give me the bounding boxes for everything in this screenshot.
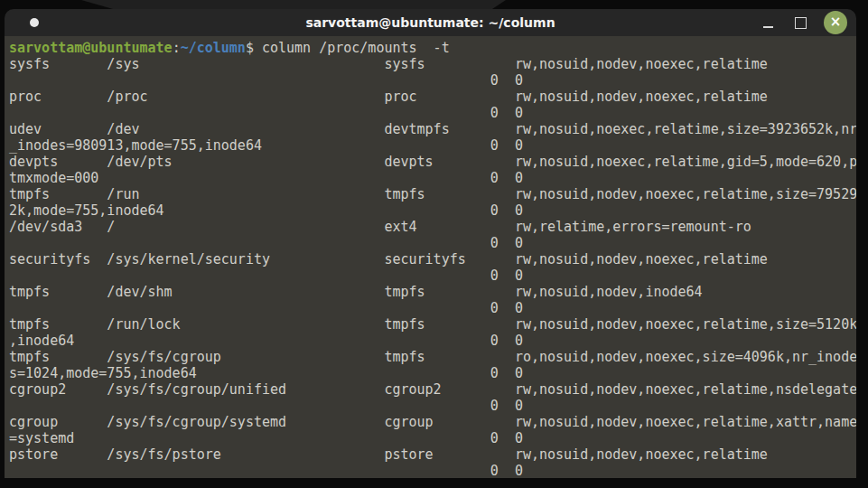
close-icon: × [830, 15, 842, 29]
maximize-button[interactable] [784, 9, 817, 36]
mount-row-line: securityfs /sys/kernel/security security… [9, 251, 856, 267]
window-controls: × [751, 9, 851, 36]
maximize-icon [795, 17, 807, 29]
mount-row-wrap-line: 0 0 [9, 72, 856, 89]
mount-row-line: proc /proc proc rw,nosuid,nodev,noexec,r… [9, 89, 856, 105]
prompt-user: sarvottam@ubuntumate [9, 40, 173, 56]
mount-row-line: sysfs /sys sysfs rw,nosuid,nodev,noexec,… [9, 56, 856, 72]
mount-row-wrap-line: s=1024,mode=755,inode64 0 0 [9, 365, 856, 381]
mount-row-line: cgroup /sys/fs/cgroup/systemd cgroup rw,… [9, 414, 856, 430]
mount-row-line: tmpfs /dev/shm tmpfs rw,nosuid,nodev,ino… [9, 284, 856, 300]
minimize-button[interactable] [751, 9, 784, 36]
terminal-screen[interactable]: sarvottam@ubuntumate:~/column$ column /p… [5, 36, 856, 478]
mount-row-wrap-line: 0 0 [9, 235, 856, 251]
mount-row-wrap-line: 0 0 [9, 105, 856, 121]
mount-row-line: cgroup2 /sys/fs/cgroup/unified cgroup2 r… [9, 381, 856, 398]
mount-row-line: udev /dev devtmpfs rw,nosuid,noexec,rela… [9, 121, 856, 137]
mount-row-wrap-line: 2k,mode=755,inode64 0 0 [9, 202, 856, 219]
prompt-path: ~/column [181, 40, 246, 56]
mount-row-wrap-line: ,inode64 0 0 [9, 333, 856, 349]
mount-row-line: pstore /sys/fs/pstore pstore rw,nosuid,n… [9, 446, 856, 463]
mount-row-line: /dev/sda3 / ext4 rw,relatime,errors=remo… [9, 219, 856, 235]
mount-row-line: tmpfs /sys/fs/cgroup tmpfs ro,nosuid,nod… [9, 349, 856, 365]
prompt-command: $ column /proc/mounts -t [246, 40, 450, 56]
mount-row-line: tmpfs /run/lock tmpfs rw,nosuid,nodev,no… [9, 316, 856, 333]
minimize-icon [763, 26, 773, 28]
window-title: sarvottam@ubuntumate: ~/column [5, 9, 856, 36]
prompt-separator: : [173, 40, 181, 56]
mount-row-wrap-line: _inodes=980913,mode=755,inode64 0 0 [9, 137, 856, 154]
mount-row-line: devpts /dev/pts devpts rw,nosuid,noexec,… [9, 154, 856, 170]
mount-row-wrap-line: 0 0 [9, 398, 856, 414]
command-output: sysfs /sys sysfs rw,nosuid,nodev,noexec,… [9, 56, 856, 478]
mount-row-wrap-line: tmxmode=000 0 0 [9, 170, 856, 186]
titlebar[interactable]: sarvottam@ubuntumate: ~/column × [5, 9, 856, 36]
mount-row-wrap-line: 0 0 [9, 463, 856, 478]
mount-row-line: tmpfs /run tmpfs rw,nosuid,nodev,noexec,… [9, 186, 856, 202]
terminal-window: sarvottam@ubuntumate: ~/column × sarvott… [5, 9, 856, 478]
prompt-line: sarvottam@ubuntumate:~/column$ column /p… [9, 40, 856, 56]
mount-row-wrap-line: 0 0 [9, 267, 856, 284]
mount-row-wrap-line: 0 0 [9, 300, 856, 316]
close-button[interactable]: × [824, 11, 847, 34]
wallpaper-wedge [81, 0, 506, 9]
mount-row-wrap-line: =systemd 0 0 [9, 430, 856, 446]
